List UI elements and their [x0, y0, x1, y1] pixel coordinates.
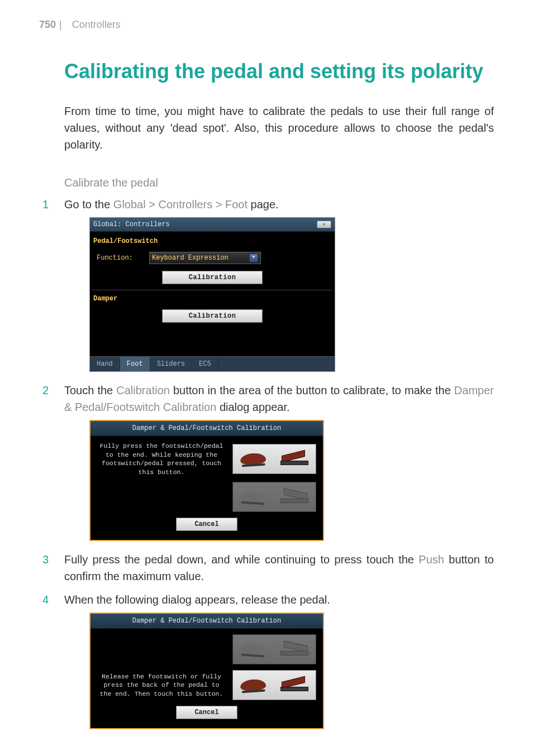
- step-3: Fully press the pedal down, and while co…: [39, 551, 494, 585]
- dialog-title: Damper & Pedal/Footswitch Calibration: [91, 421, 323, 436]
- section-damper: Damper: [91, 290, 334, 306]
- function-dropdown-value: Keyboard Expression: [152, 253, 229, 263]
- pedal-released-icon: [280, 643, 308, 655]
- global-controllers-window: Global: Controllers ▾ Pedal/Footswitch F…: [89, 217, 335, 372]
- step-1-suffix: page.: [248, 198, 279, 210]
- step-4: When the following dialog appears, relea…: [39, 591, 494, 729]
- function-label: Function:: [97, 253, 141, 263]
- tab-ec5[interactable]: EC5: [192, 357, 218, 371]
- intro-paragraph: From time to time, you might have to cal…: [64, 103, 494, 153]
- header-divider: |: [59, 19, 62, 31]
- pedal-pressed-icon: [280, 453, 308, 465]
- step-2-suffix: dialog appear.: [216, 401, 289, 413]
- steps-list: Go to the Global > Controllers > Foot pa…: [39, 196, 494, 729]
- chevron-down-icon: ▼: [249, 253, 258, 262]
- section-pedal-footswitch: Pedal/Footswitch: [91, 233, 334, 248]
- page-tabs: Hand Foot Sliders EC5: [90, 356, 335, 371]
- window-body: Pedal/Footswitch Function: Keyboard Expr…: [90, 232, 335, 356]
- step-2-mid: button in the area of the button to cali…: [170, 384, 454, 396]
- step-1-path: Global > Controllers > Foot: [113, 198, 248, 210]
- shoe-pressed-icon: [240, 678, 266, 691]
- push-button-dim: [232, 634, 316, 664]
- step-1-prefix: Go to the: [64, 198, 113, 210]
- cancel-button[interactable]: Cancel: [176, 518, 237, 531]
- calibration-dialog-press: Damper & Pedal/Footswitch Calibration Fu…: [89, 420, 324, 541]
- step-3-btn: Push: [418, 553, 444, 566]
- release-button-active[interactable]: [232, 670, 316, 700]
- filler: [91, 328, 334, 353]
- function-dropdown[interactable]: Keyboard Expression ▼: [149, 252, 261, 264]
- shoe-released-icon: [240, 643, 266, 655]
- screenshot-2: Damper & Pedal/Footswitch Calibration Fu…: [89, 420, 494, 541]
- tab-sliders[interactable]: Sliders: [150, 357, 192, 371]
- window-titlebar: Global: Controllers ▾: [90, 218, 335, 232]
- document-page: 750 | Controllers Calibrating the pedal …: [0, 0, 533, 756]
- pedal-calibration-button[interactable]: Calibration: [162, 271, 263, 284]
- step-3-prefix: Fully press the pedal down, and while co…: [64, 553, 418, 566]
- dialog-body: Release the footswitch or fully press th…: [91, 629, 323, 728]
- step-2: Touch the Calibration button in the area…: [39, 382, 494, 541]
- dialog-message-release: Release the footswitch or fully press th…: [97, 672, 226, 698]
- dialog-row-press: Fully press the footswitch/pedal to the …: [97, 442, 316, 476]
- page-number: 750: [39, 19, 56, 31]
- push-button-pressed[interactable]: [232, 444, 316, 474]
- tab-foot[interactable]: Foot: [120, 357, 150, 371]
- window-title: Global: Controllers: [93, 219, 170, 229]
- calibration-dialog-release: Damper & Pedal/Footswitch Calibration Re…: [89, 613, 324, 729]
- header-section: Controllers: [72, 19, 121, 31]
- function-row: Function: Keyboard Expression ▼: [91, 248, 334, 267]
- cancel-button[interactable]: Cancel: [176, 706, 237, 719]
- shoe-pressed-icon: [240, 452, 266, 465]
- step-2-btn: Calibration: [116, 384, 170, 396]
- screenshot-3: Damper & Pedal/Footswitch Calibration Re…: [89, 613, 494, 729]
- page-title: Calibrating the pedal and setting its po…: [64, 59, 494, 84]
- shoe-released-icon: [240, 490, 266, 503]
- release-button-dim: [232, 482, 316, 512]
- procedure-subhead: Calibrate the pedal: [64, 176, 494, 189]
- screenshot-1: Global: Controllers ▾ Pedal/Footswitch F…: [89, 217, 494, 372]
- dialog-body: Fully press the footswitch/pedal to the …: [91, 436, 323, 540]
- dialog-row-release: Release the footswitch or fully press th…: [97, 670, 316, 700]
- pedal-pressed-icon: [280, 679, 308, 691]
- damper-calibration-button[interactable]: Calibration: [162, 309, 263, 323]
- dialog-title: Damper & Pedal/Footswitch Calibration: [91, 614, 323, 629]
- step-1: Go to the Global > Controllers > Foot pa…: [39, 196, 494, 372]
- step-2-prefix: Touch the: [64, 384, 116, 396]
- dialog-row-release-dim: [97, 482, 316, 512]
- pedal-released-icon: [280, 491, 308, 503]
- tab-hand[interactable]: Hand: [90, 357, 120, 371]
- dialog-message-press: Fully press the footswitch/pedal to the …: [97, 442, 226, 476]
- window-menu-icon[interactable]: ▾: [317, 221, 331, 228]
- page-header: 750 | Controllers: [39, 19, 494, 31]
- step-4-text: When the following dialog appears, relea…: [64, 594, 330, 606]
- dialog-row-press-dim: [97, 634, 316, 664]
